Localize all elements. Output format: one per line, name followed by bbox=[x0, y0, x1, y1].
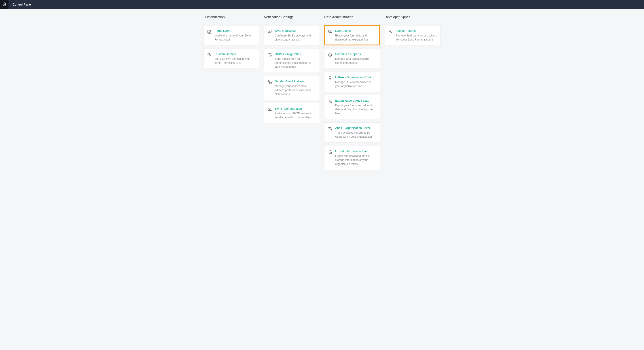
home-icon bbox=[2, 2, 6, 7]
columns: CustomizationPortal NameModify the name … bbox=[204, 15, 440, 173]
card-audit-organization-level[interactable]: Audit - Organization LevelTrack activiti… bbox=[324, 122, 380, 143]
column-heading: Data Administration bbox=[324, 15, 380, 22]
card-portal-name[interactable]: Portal NameModify the name of your Zoho … bbox=[204, 25, 260, 46]
card-desc: Send emails from an authenticated email … bbox=[275, 57, 316, 69]
card-access-tokens[interactable]: Access TokensRemove third-party access t… bbox=[384, 25, 440, 46]
card-desc: Export your form data and download the e… bbox=[335, 34, 377, 42]
mail-arrow-icon bbox=[267, 107, 272, 120]
card-body: HIPAA - Organization ControlManage HIPAA… bbox=[335, 76, 377, 88]
card-title: SMS Gateways bbox=[275, 29, 316, 33]
card-desc: Remove third-party access tokens from yo… bbox=[396, 34, 437, 42]
card-dkim-configuration[interactable]: DKIM ConfigurationSend emails from an au… bbox=[264, 49, 320, 73]
globe-www-icon bbox=[207, 52, 212, 65]
card-desc: Manage HIPAA compliance at your organiza… bbox=[335, 80, 377, 88]
column-heading: Customization bbox=[204, 15, 260, 22]
card-body: DKIM ConfigurationSend emails from an au… bbox=[275, 52, 316, 69]
card-title: Data Export bbox=[335, 29, 377, 33]
card-desc: Track activities performed by Users with… bbox=[335, 131, 377, 139]
clock-icon bbox=[328, 52, 332, 65]
column-1: Notification SettingsSMS GatewaysConfigu… bbox=[264, 15, 320, 173]
content: CustomizationPortal NameModify the name … bbox=[0, 9, 644, 182]
document-export-icon bbox=[328, 99, 332, 116]
card-hipaa-organization-control[interactable]: HIPAA - Organization ControlManage HIPAA… bbox=[324, 72, 380, 92]
card-title: HIPAA - Organization Control bbox=[335, 76, 377, 79]
card-title: Export File Storage Info bbox=[335, 150, 377, 153]
list-search-icon bbox=[328, 126, 332, 139]
card-desc: Export your forms' record audit data and… bbox=[335, 103, 377, 116]
card-body: Sender Email AddressManage your sender e… bbox=[275, 80, 316, 96]
topbar: Control Panel bbox=[0, 0, 644, 9]
card-desc: Manage your organization's scheduled rep… bbox=[335, 57, 377, 65]
card-title: Audit - Organization Level bbox=[335, 126, 377, 130]
card-title: DKIM Configuration bbox=[275, 52, 316, 56]
card-body: Access TokensRemove third-party access t… bbox=[396, 29, 437, 42]
page-title: Control Panel bbox=[8, 0, 32, 9]
card-body: Audit - Organization LevelTrack activiti… bbox=[335, 126, 377, 139]
column-3: Developer SpaceAccess TokensRemove third… bbox=[384, 15, 440, 173]
card-desc: Configure SMS gateways and view usage st… bbox=[275, 34, 316, 42]
card-data-export[interactable]: Data ExportExport your form data and dow… bbox=[324, 25, 380, 46]
card-body: SMTP ConfigurationAdd your own SMTP serv… bbox=[275, 107, 316, 120]
column-heading: Developer Space bbox=[384, 15, 440, 22]
column-heading: Notification Settings bbox=[264, 15, 320, 22]
edit-square-icon bbox=[207, 29, 212, 42]
card-sms-gateways[interactable]: SMS GatewaysConfigure SMS gateways and v… bbox=[264, 25, 320, 46]
card-body: Custom DomainUse your own domain in your… bbox=[214, 52, 256, 65]
card-body: Export File Storage InfoExport and downl… bbox=[335, 150, 377, 166]
card-body: Data ExportExport your form data and dow… bbox=[335, 29, 377, 42]
card-custom-domain[interactable]: Custom DomainUse your own domain in your… bbox=[204, 49, 260, 69]
card-title: Portal Name bbox=[214, 29, 256, 33]
card-desc: Use your own domain in your forms' Perma… bbox=[214, 57, 256, 65]
card-desc: Manage your sender email address prefere… bbox=[275, 84, 316, 96]
column-2: Data AdministrationData ExportExport you… bbox=[324, 15, 380, 173]
card-export-file-storage-info[interactable]: Export File Storage InfoExport and downl… bbox=[324, 146, 380, 170]
card-title: Sender Email Address bbox=[275, 80, 316, 83]
card-body: Scheduled ReportsManage your organizatio… bbox=[335, 52, 377, 65]
card-smtp-configuration[interactable]: SMTP ConfigurationAdd your own SMTP serv… bbox=[264, 103, 320, 123]
user-token-icon bbox=[388, 29, 393, 42]
chat-bubble-icon bbox=[267, 29, 272, 42]
card-title: SMTP Configuration bbox=[275, 107, 316, 110]
card-title: Access Tokens bbox=[396, 29, 437, 33]
file-search-icon bbox=[328, 150, 332, 166]
home-button[interactable] bbox=[0, 0, 8, 9]
card-desc: Modify the name of your Zoho Forms porta… bbox=[214, 34, 256, 42]
key-icon bbox=[267, 52, 272, 69]
card-title: Export Record Audit Data bbox=[335, 99, 377, 102]
user-mail-icon bbox=[267, 80, 272, 96]
card-desc: Export and download the file storage inf… bbox=[335, 154, 377, 166]
card-title: Custom Domain bbox=[214, 52, 256, 56]
card-scheduled-reports[interactable]: Scheduled ReportsManage your organizatio… bbox=[324, 49, 380, 69]
card-body: SMS GatewaysConfigure SMS gateways and v… bbox=[275, 29, 316, 42]
card-body: Portal NameModify the name of your Zoho … bbox=[214, 29, 256, 42]
database-export-icon bbox=[328, 29, 332, 42]
card-title: Scheduled Reports bbox=[335, 52, 377, 56]
card-sender-email-address[interactable]: Sender Email AddressManage your sender e… bbox=[264, 76, 320, 100]
card-export-record-audit-data[interactable]: Export Record Audit DataExport your form… bbox=[324, 95, 380, 119]
card-body: Export Record Audit DataExport your form… bbox=[335, 99, 377, 116]
card-desc: Add your own SMTP servers for sending em… bbox=[275, 111, 316, 120]
medical-icon bbox=[328, 76, 332, 88]
column-0: CustomizationPortal NameModify the name … bbox=[204, 15, 260, 173]
